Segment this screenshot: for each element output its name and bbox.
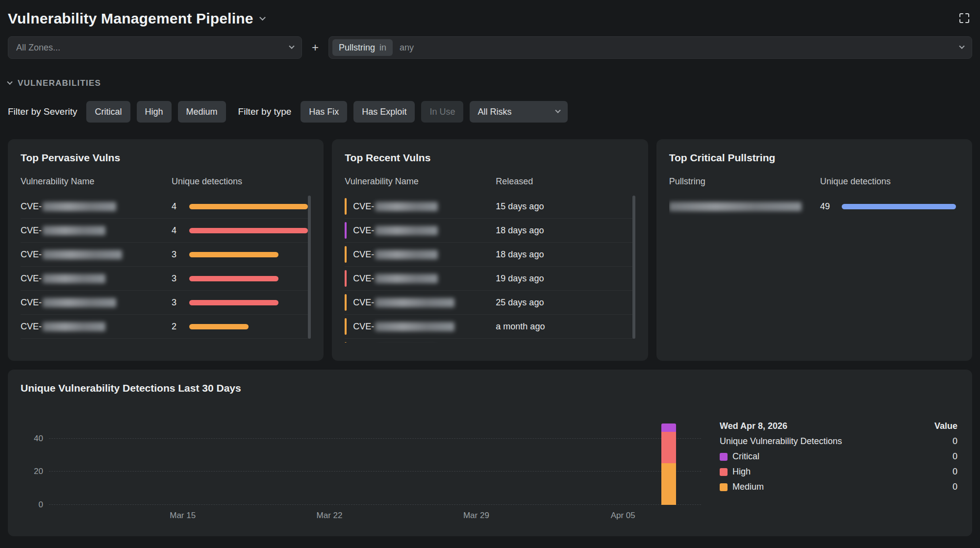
detection-count: 4 bbox=[172, 225, 186, 236]
redacted-text bbox=[43, 322, 105, 331]
redacted-text bbox=[375, 202, 438, 211]
chevron-down-icon bbox=[289, 44, 294, 49]
top-filter-bar: All Zones... + Pullstring in any bbox=[8, 36, 972, 59]
detection-bar bbox=[189, 204, 308, 209]
redacted-text bbox=[43, 226, 105, 235]
tooltip-series-label: Medium bbox=[732, 482, 764, 492]
vulnerabilities-section-toggle[interactable]: VULNERABILITIES bbox=[8, 78, 972, 88]
query-placeholder: any bbox=[400, 43, 414, 53]
redacted-text bbox=[43, 274, 105, 283]
tooltip-value-header: Value bbox=[934, 421, 957, 431]
add-filter-button[interactable]: + bbox=[309, 41, 322, 54]
redacted-text bbox=[43, 250, 122, 259]
zones-select[interactable]: All Zones... bbox=[8, 36, 302, 59]
redacted-text bbox=[375, 226, 438, 235]
critical-list: 49 bbox=[669, 195, 959, 343]
table-row[interactable]: CVE- 18 days ago bbox=[345, 243, 635, 267]
bar-segment-medium bbox=[661, 463, 676, 505]
filter-medium-button[interactable]: Medium bbox=[178, 101, 226, 123]
chevron-down-icon bbox=[555, 108, 561, 113]
gridline bbox=[49, 438, 701, 439]
cve-prefix: CVE- bbox=[21, 298, 42, 308]
cve-prefix: CVE- bbox=[353, 225, 374, 236]
top-critical-pullstring-card: Top Critical Pullstring Pullstring Uniqu… bbox=[656, 139, 972, 361]
dashboard: Vulnerability Management Pipeline All Zo… bbox=[0, 0, 980, 548]
severity-indicator bbox=[345, 270, 347, 287]
filter-in-use-button[interactable]: In Use bbox=[421, 101, 463, 123]
table-row[interactable]: CVE- a month ago bbox=[345, 315, 635, 339]
page-title-dropdown[interactable]: Vulnerability Management Pipeline bbox=[8, 10, 265, 27]
severity-indicator bbox=[345, 246, 347, 263]
table-row[interactable]: CVE- 3 bbox=[21, 243, 311, 267]
top-recent-vulns-card: Top Recent Vulns Vulnerability Name Rele… bbox=[332, 139, 648, 361]
chart-title: Unique Vulnerability Detections Last 30 … bbox=[21, 382, 959, 394]
card-title: Top Recent Vulns bbox=[345, 152, 635, 164]
table-row[interactable]: 49 bbox=[669, 195, 959, 219]
chart-plot[interactable]: 02040Mar 15Mar 22Mar 29Apr 05 bbox=[49, 419, 701, 505]
scrollbar[interactable] bbox=[632, 196, 635, 339]
cve-prefix: CVE- bbox=[21, 201, 42, 212]
redacted-text bbox=[375, 250, 438, 259]
cve-prefix: CVE- bbox=[21, 225, 42, 236]
severity-indicator bbox=[345, 294, 347, 311]
tooltip-series-label: Unique Vulnerability Detections bbox=[720, 436, 842, 447]
table-row[interactable]: CVE- 25 days ago bbox=[345, 291, 635, 315]
bar-track bbox=[189, 300, 308, 305]
redacted-text bbox=[43, 202, 116, 211]
table-row[interactable]: CVE- 2 bbox=[21, 315, 311, 339]
expand-button[interactable] bbox=[956, 10, 972, 27]
filter-has-fix-button[interactable]: Has Fix bbox=[301, 101, 347, 123]
stacked-bar[interactable] bbox=[661, 419, 676, 505]
table-row[interactable]: CVE- 15 days ago bbox=[345, 195, 635, 219]
column-header: Unique detections bbox=[172, 176, 311, 187]
tooltip-series-label: Critical bbox=[732, 451, 759, 462]
filter-high-button[interactable]: High bbox=[137, 101, 172, 123]
redacted-text bbox=[375, 298, 454, 307]
all-risks-dropdown[interactable]: All Risks bbox=[470, 101, 568, 123]
tooltip-series-label: High bbox=[732, 467, 751, 477]
gridline bbox=[49, 504, 701, 505]
severity-indicator bbox=[345, 198, 347, 215]
table-row[interactable]: CVE- 4 bbox=[21, 219, 311, 243]
detection-bar bbox=[189, 276, 278, 281]
tooltip-series-value: 0 bbox=[953, 451, 957, 462]
chevron-down-icon bbox=[7, 79, 12, 85]
filter-critical-button[interactable]: Critical bbox=[86, 101, 130, 123]
cve-prefix: CVE- bbox=[353, 274, 374, 284]
tooltip-date: Wed Apr 8, 2026 bbox=[720, 421, 787, 431]
table-row[interactable]: CVE- 3 bbox=[21, 291, 311, 315]
chart-tooltip: Wed Apr 8, 2026 Value Unique Vulnerabili… bbox=[720, 419, 957, 495]
filter-chip[interactable]: Pullstring in bbox=[332, 39, 393, 56]
table-row[interactable]: CVE- 19 days ago bbox=[345, 267, 635, 291]
y-axis-tick: 0 bbox=[25, 500, 43, 510]
chevron-down-icon bbox=[259, 14, 266, 21]
recent-list: CVE- 15 days ago CVE- 18 days ago CVE- 1… bbox=[345, 195, 635, 343]
severity-indicator bbox=[345, 318, 347, 335]
tooltip-series-value: 0 bbox=[953, 482, 957, 492]
critical-swatch-icon bbox=[720, 453, 728, 461]
query-filter-input[interactable]: Pullstring in any bbox=[328, 36, 972, 59]
cve-prefix: CVE- bbox=[21, 249, 42, 260]
medium-swatch-icon bbox=[720, 483, 728, 491]
table-row[interactable]: CVE- 4 bbox=[21, 195, 311, 219]
expand-icon bbox=[958, 18, 970, 25]
detection-count: 3 bbox=[172, 298, 186, 308]
bar-track bbox=[842, 204, 959, 209]
type-filter-label: Filter by type bbox=[238, 106, 292, 117]
released-date: 25 days ago bbox=[496, 298, 635, 308]
redacted-text bbox=[375, 274, 438, 283]
x-axis-tick: Apr 05 bbox=[611, 511, 635, 521]
x-axis-tick: Mar 29 bbox=[463, 511, 489, 521]
table-row[interactable]: CVE- 3 bbox=[21, 267, 311, 291]
column-header: Released bbox=[496, 176, 635, 187]
scrollbar[interactable] bbox=[308, 196, 311, 339]
section-title: VULNERABILITIES bbox=[18, 78, 101, 88]
released-date: 19 days ago bbox=[496, 274, 635, 284]
released-date: 18 days ago bbox=[496, 249, 635, 260]
detection-count: 2 bbox=[172, 322, 186, 332]
filter-has-exploit-button[interactable]: Has Exploit bbox=[353, 101, 415, 123]
zones-placeholder: All Zones... bbox=[16, 43, 60, 53]
table-row[interactable]: CVE- bbox=[345, 339, 635, 343]
table-row[interactable]: CVE- 18 days ago bbox=[345, 219, 635, 243]
severity-indicator bbox=[345, 222, 347, 239]
